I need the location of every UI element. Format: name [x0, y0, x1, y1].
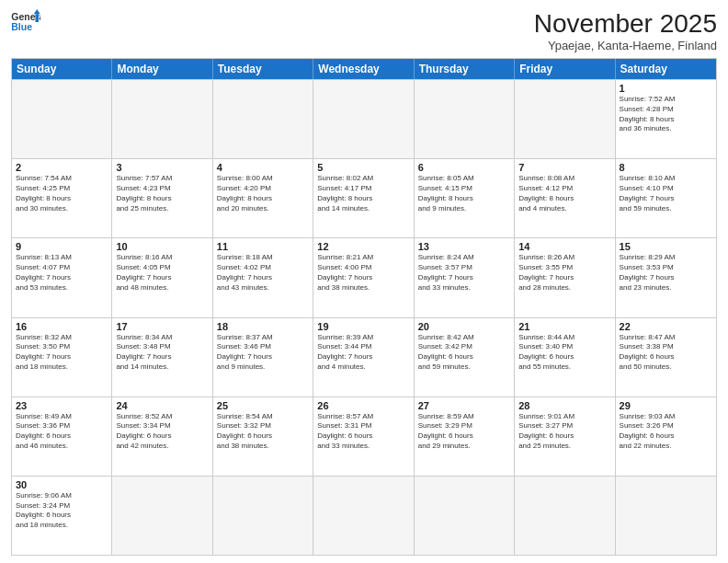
cal-cell-r1-c2: 4Sunrise: 8:00 AM Sunset: 4:20 PM Daylig… [213, 159, 313, 237]
cal-cell-r4-c3: 26Sunrise: 8:57 AM Sunset: 3:31 PM Dayli… [313, 397, 414, 476]
day-num-13: 13 [418, 241, 510, 252]
day-num-12: 12 [317, 241, 409, 252]
cell-text-22: Sunrise: 8:47 AM Sunset: 3:38 PM Dayligh… [620, 333, 712, 373]
day-num-5: 5 [317, 162, 409, 173]
cal-cell-r4-c0: 23Sunrise: 8:49 AM Sunset: 3:36 PM Dayli… [12, 397, 112, 476]
cal-cell-r3-c1: 17Sunrise: 8:34 AM Sunset: 3:48 PM Dayli… [112, 318, 212, 396]
cal-cell-r2-c4: 13Sunrise: 8:24 AM Sunset: 3:57 PM Dayli… [415, 238, 515, 316]
cell-text-17: Sunrise: 8:34 AM Sunset: 3:48 PM Dayligh… [116, 333, 208, 373]
cell-text-15: Sunrise: 8:29 AM Sunset: 3:53 PM Dayligh… [620, 253, 712, 293]
cell-text-28: Sunrise: 9:01 AM Sunset: 3:27 PM Dayligh… [518, 412, 610, 452]
cell-text-20: Sunrise: 8:42 AM Sunset: 3:42 PM Dayligh… [418, 333, 510, 373]
day-num-18: 18 [217, 321, 309, 332]
cell-text-9: Sunrise: 8:13 AM Sunset: 4:07 PM Dayligh… [16, 253, 108, 293]
cal-cell-r2-c0: 9Sunrise: 8:13 AM Sunset: 4:07 PM Daylig… [12, 238, 112, 316]
cal-row-3: 16Sunrise: 8:32 AM Sunset: 3:50 PM Dayli… [12, 317, 716, 396]
cal-cell-r0-c3 [313, 80, 414, 158]
cal-cell-r2-c2: 11Sunrise: 8:18 AM Sunset: 4:02 PM Dayli… [213, 238, 313, 316]
month-title: November 2025 [534, 9, 717, 39]
day-num-21: 21 [518, 321, 610, 332]
cal-cell-r4-c2: 25Sunrise: 8:54 AM Sunset: 3:32 PM Dayli… [213, 397, 313, 476]
day-num-19: 19 [317, 321, 409, 332]
cal-cell-r4-c1: 24Sunrise: 8:52 AM Sunset: 3:34 PM Dayli… [112, 397, 212, 476]
cal-cell-r5-c6 [616, 477, 716, 555]
svg-rect-3 [36, 14, 40, 22]
calendar-page: General Blue November 2025 Ypaejae, Kant… [0, 0, 728, 563]
cell-text-10: Sunrise: 8:16 AM Sunset: 4:05 PM Dayligh… [116, 253, 208, 293]
day-num-22: 22 [620, 321, 712, 332]
header-friday: Friday [515, 59, 615, 79]
cell-text-25: Sunrise: 8:54 AM Sunset: 3:32 PM Dayligh… [217, 412, 309, 452]
cal-cell-r2-c5: 14Sunrise: 8:26 AM Sunset: 3:55 PM Dayli… [515, 238, 615, 316]
cal-row-1: 2Sunrise: 7:54 AM Sunset: 4:25 PM Daylig… [12, 158, 716, 237]
cal-cell-r2-c1: 10Sunrise: 8:16 AM Sunset: 4:05 PM Dayli… [112, 238, 212, 316]
day-num-30: 30 [16, 479, 108, 490]
cal-cell-r3-c5: 21Sunrise: 8:44 AM Sunset: 3:40 PM Dayli… [515, 318, 615, 396]
day-num-16: 16 [16, 321, 108, 332]
logo: General Blue [11, 9, 40, 35]
cal-cell-r4-c4: 27Sunrise: 8:59 AM Sunset: 3:29 PM Dayli… [415, 397, 515, 476]
cell-text-7: Sunrise: 8:08 AM Sunset: 4:12 PM Dayligh… [518, 174, 610, 213]
cell-text-26: Sunrise: 8:57 AM Sunset: 3:31 PM Dayligh… [317, 412, 409, 452]
cell-text-3: Sunrise: 7:57 AM Sunset: 4:23 PM Dayligh… [116, 174, 208, 213]
header-monday: Monday [112, 59, 212, 79]
day-num-29: 29 [620, 400, 712, 411]
day-num-24: 24 [116, 400, 208, 411]
cell-text-24: Sunrise: 8:52 AM Sunset: 3:34 PM Dayligh… [116, 412, 208, 452]
cal-cell-r0-c0 [12, 80, 112, 158]
calendar-body: 1Sunrise: 7:52 AM Sunset: 4:28 PM Daylig… [12, 79, 716, 555]
logo-icon: General Blue [11, 9, 40, 35]
cell-text-30: Sunrise: 9:06 AM Sunset: 3:24 PM Dayligh… [16, 491, 108, 531]
cal-cell-r5-c4 [415, 477, 515, 555]
header: General Blue November 2025 Ypaejae, Kant… [11, 9, 717, 52]
cell-text-21: Sunrise: 8:44 AM Sunset: 3:40 PM Dayligh… [518, 333, 610, 373]
cal-cell-r3-c4: 20Sunrise: 8:42 AM Sunset: 3:42 PM Dayli… [415, 318, 515, 396]
cell-text-29: Sunrise: 9:03 AM Sunset: 3:26 PM Dayligh… [620, 412, 712, 452]
day-num-2: 2 [16, 162, 108, 173]
cell-text-2: Sunrise: 7:54 AM Sunset: 4:25 PM Dayligh… [16, 174, 108, 213]
cal-cell-r3-c0: 16Sunrise: 8:32 AM Sunset: 3:50 PM Dayli… [12, 318, 112, 396]
day-num-9: 9 [16, 241, 108, 252]
cal-cell-r5-c0: 30Sunrise: 9:06 AM Sunset: 3:24 PM Dayli… [12, 477, 112, 555]
calendar: Sunday Monday Tuesday Wednesday Thursday… [11, 58, 717, 556]
day-num-1: 1 [620, 83, 712, 94]
day-num-14: 14 [518, 241, 610, 252]
cal-cell-r0-c5 [515, 80, 615, 158]
day-num-26: 26 [317, 400, 409, 411]
cal-cell-r5-c1 [112, 477, 212, 555]
cell-text-11: Sunrise: 8:18 AM Sunset: 4:02 PM Dayligh… [217, 253, 309, 293]
cal-cell-r0-c6: 1Sunrise: 7:52 AM Sunset: 4:28 PM Daylig… [616, 80, 716, 158]
cal-cell-r5-c2 [213, 477, 313, 555]
header-sunday: Sunday [12, 59, 112, 79]
cal-cell-r1-c6: 8Sunrise: 8:10 AM Sunset: 4:10 PM Daylig… [616, 159, 716, 237]
title-block: November 2025 Ypaejae, Kanta-Haeme, Finl… [534, 9, 717, 52]
day-num-3: 3 [116, 162, 208, 173]
cell-text-19: Sunrise: 8:39 AM Sunset: 3:44 PM Dayligh… [317, 333, 409, 373]
cell-text-5: Sunrise: 8:02 AM Sunset: 4:17 PM Dayligh… [317, 174, 409, 213]
cal-row-2: 9Sunrise: 8:13 AM Sunset: 4:07 PM Daylig… [12, 237, 716, 316]
cell-text-8: Sunrise: 8:10 AM Sunset: 4:10 PM Dayligh… [620, 174, 712, 213]
day-num-25: 25 [217, 400, 309, 411]
cell-text-27: Sunrise: 8:59 AM Sunset: 3:29 PM Dayligh… [418, 412, 510, 452]
cell-text-1: Sunrise: 7:52 AM Sunset: 4:28 PM Dayligh… [620, 95, 712, 134]
cal-cell-r2-c3: 12Sunrise: 8:21 AM Sunset: 4:00 PM Dayli… [313, 238, 414, 316]
day-num-15: 15 [620, 241, 712, 252]
cell-text-23: Sunrise: 8:49 AM Sunset: 3:36 PM Dayligh… [16, 412, 108, 452]
header-wednesday: Wednesday [313, 59, 414, 79]
cell-text-6: Sunrise: 8:05 AM Sunset: 4:15 PM Dayligh… [418, 174, 510, 213]
cal-cell-r3-c3: 19Sunrise: 8:39 AM Sunset: 3:44 PM Dayli… [313, 318, 414, 396]
cal-cell-r5-c3 [313, 477, 414, 555]
cal-row-4: 23Sunrise: 8:49 AM Sunset: 3:36 PM Dayli… [12, 396, 716, 476]
day-num-27: 27 [418, 400, 510, 411]
cal-cell-r1-c1: 3Sunrise: 7:57 AM Sunset: 4:23 PM Daylig… [112, 159, 212, 237]
day-num-4: 4 [217, 162, 309, 173]
cal-cell-r0-c2 [213, 80, 313, 158]
cal-cell-r1-c4: 6Sunrise: 8:05 AM Sunset: 4:15 PM Daylig… [415, 159, 515, 237]
day-num-10: 10 [116, 241, 208, 252]
day-num-6: 6 [418, 162, 510, 173]
day-num-7: 7 [518, 162, 610, 173]
cal-cell-r4-c6: 29Sunrise: 9:03 AM Sunset: 3:26 PM Dayli… [616, 397, 716, 476]
day-num-20: 20 [418, 321, 510, 332]
svg-text:Blue: Blue [11, 21, 32, 32]
cal-cell-r3-c6: 22Sunrise: 8:47 AM Sunset: 3:38 PM Dayli… [616, 318, 716, 396]
